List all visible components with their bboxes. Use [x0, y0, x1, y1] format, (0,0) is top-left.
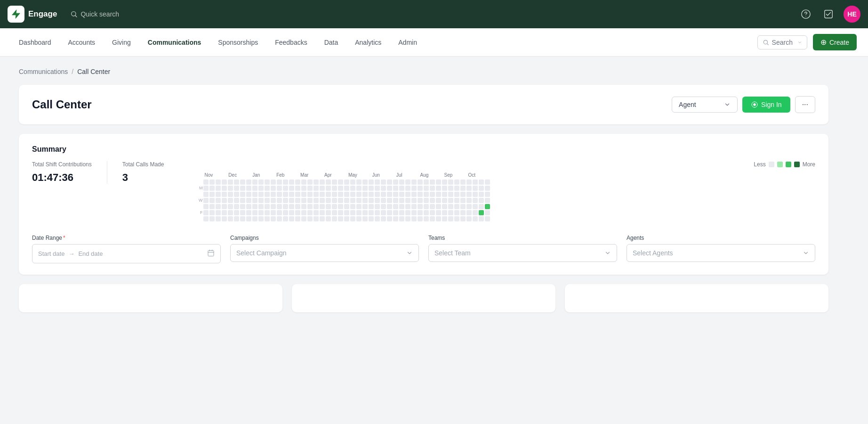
bottom-card-3	[565, 284, 828, 312]
svg-rect-7	[208, 251, 214, 256]
date-arrow-icon: →	[68, 250, 74, 257]
agents-chevron-icon	[803, 250, 809, 256]
page-header-card: Call Center Agent Sign In ···	[19, 85, 828, 124]
campaigns-group: Campaigns Select Campaign	[230, 235, 419, 263]
topbar: Engage Quick search HE	[0, 0, 868, 28]
teams-label: Teams	[428, 235, 617, 241]
heatmap: Less More NovDecJanFebMarAprMayJunJulAug…	[198, 161, 815, 221]
required-mark: *	[63, 235, 65, 241]
legend-more: More	[803, 161, 815, 168]
svg-point-2	[805, 16, 806, 16]
campaign-select[interactable]: Select Campaign	[230, 244, 419, 262]
avatar[interactable]: HE	[844, 6, 860, 23]
nav-feedbacks[interactable]: Feedbacks	[267, 35, 314, 50]
search-chevron-icon	[797, 40, 802, 45]
app-name: Engage	[28, 9, 57, 19]
navbar: Dashboard Accounts Giving Communications…	[0, 28, 868, 57]
more-icon: ···	[802, 100, 808, 108]
nav-giving[interactable]: Giving	[104, 35, 138, 50]
page-header-right: Agent Sign In ···	[672, 96, 815, 113]
navbar-right: Search ⊕ Create	[757, 34, 857, 50]
team-chevron-icon	[604, 250, 611, 256]
agent-chevron-icon	[724, 101, 731, 108]
legend-box-1	[777, 162, 783, 167]
heatmap-grid: NovDecJanFebMarAprMayJunJulAugSepOctMWF	[198, 172, 815, 221]
page-header: Call Center Agent Sign In ···	[32, 96, 815, 113]
heatmap-legend: Less More	[198, 161, 815, 168]
agents-placeholder: Select Agents	[633, 249, 673, 257]
summary-card: Summary Total Shift Contributions 01:47:…	[19, 134, 828, 275]
bottom-card-1	[19, 284, 282, 312]
breadcrumb: Communications / Call Center	[19, 68, 828, 75]
agents-label: Agents	[627, 235, 815, 241]
agents-group: Agents Select Agents	[627, 235, 815, 263]
agents-select[interactable]: Select Agents	[627, 244, 815, 262]
campaigns-label: Campaigns	[230, 235, 419, 241]
quick-search-label: Quick search	[80, 10, 119, 18]
teams-group: Teams Select Team	[428, 235, 617, 263]
legend-box-2	[786, 162, 791, 167]
legend-box-3	[794, 162, 800, 167]
calendar-icon	[207, 249, 215, 258]
total-shift-label: Total Shift Contributions	[32, 161, 92, 168]
page-title: Call Center	[32, 98, 92, 111]
agent-label: Agent	[679, 101, 696, 108]
search-box-icon	[763, 39, 769, 46]
nav-dashboard[interactable]: Dashboard	[11, 35, 59, 50]
total-shift-block: Total Shift Contributions 01:47:36	[32, 161, 107, 184]
nav-accounts[interactable]: Accounts	[61, 35, 103, 50]
tasks-icon[interactable]	[821, 7, 836, 22]
search-label: Search	[772, 39, 793, 46]
date-range-group: Date Range* Start date → End date	[32, 235, 221, 263]
team-placeholder: Select Team	[434, 249, 471, 257]
avatar-initials: HE	[847, 10, 856, 18]
bottom-row	[19, 284, 828, 312]
total-calls-value: 3	[122, 171, 164, 184]
start-date-placeholder: Start date	[38, 250, 64, 257]
logo-icon	[8, 6, 24, 23]
search-icon	[70, 10, 78, 18]
nav-admin[interactable]: Admin	[391, 35, 425, 50]
search-box[interactable]: Search	[757, 35, 807, 49]
sign-in-label: Sign In	[761, 101, 782, 108]
help-icon[interactable]	[798, 7, 813, 22]
team-select[interactable]: Select Team	[428, 244, 617, 262]
total-shift-value: 01:47:36	[32, 171, 92, 184]
summary-title: Summary	[32, 145, 815, 154]
campaign-chevron-icon	[406, 250, 413, 256]
nav-sponsorships[interactable]: Sponsorships	[210, 35, 265, 50]
legend-box-0	[769, 162, 774, 167]
date-range-input[interactable]: Start date → End date	[32, 244, 221, 263]
create-label: Create	[829, 39, 849, 46]
nav-communications[interactable]: Communications	[140, 35, 209, 50]
legend-less: Less	[754, 161, 765, 168]
summary-content: Total Shift Contributions 01:47:36 Total…	[32, 161, 815, 221]
bottom-card-2	[292, 284, 555, 312]
create-plus-icon: ⊕	[820, 38, 827, 47]
summary-stats: Total Shift Contributions 01:47:36 Total…	[32, 161, 179, 184]
date-range-label: Date Range*	[32, 235, 221, 241]
logo[interactable]: Engage	[8, 6, 57, 23]
create-button[interactable]: ⊕ Create	[813, 34, 857, 50]
filters-row: Date Range* Start date → End date Campai…	[32, 235, 815, 263]
end-date-placeholder: End date	[78, 250, 103, 257]
nav-analytics[interactable]: Analytics	[347, 35, 389, 50]
breadcrumb-separator: /	[72, 68, 73, 75]
total-calls-label: Total Calls Made	[122, 161, 164, 168]
main-content: Communications / Call Center Call Center…	[0, 57, 847, 324]
campaign-placeholder: Select Campaign	[236, 249, 287, 257]
agent-dropdown[interactable]: Agent	[672, 97, 738, 113]
sign-in-icon	[751, 101, 758, 108]
total-calls-block: Total Calls Made 3	[107, 161, 179, 184]
quick-search[interactable]: Quick search	[70, 10, 119, 18]
svg-point-6	[753, 103, 755, 106]
topbar-right: HE	[798, 6, 860, 23]
breadcrumb-current: Call Center	[77, 68, 110, 75]
nav-data[interactable]: Data	[317, 35, 346, 50]
more-button[interactable]: ···	[795, 96, 815, 113]
sign-in-button[interactable]: Sign In	[742, 97, 790, 113]
breadcrumb-parent[interactable]: Communications	[19, 68, 68, 75]
